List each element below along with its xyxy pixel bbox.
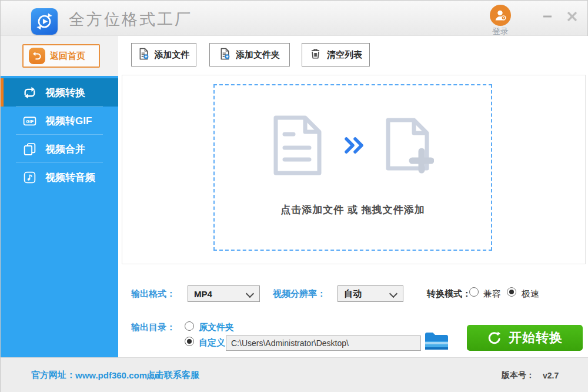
site-label: 官方网址： [31,370,75,381]
output-dir-label: 输出目录： [131,322,175,333]
dir-custom-radio[interactable] [185,337,194,346]
music-icon [22,170,37,185]
user-icon [490,5,511,26]
start-convert-label: 开始转换 [509,329,563,347]
main-content: 添加文件 添加文件夹 [118,36,588,357]
output-path-input[interactable] [226,335,421,351]
add-folder-button[interactable]: 添加文件夹 [209,43,290,67]
back-home-button[interactable]: 返回首页 [22,44,100,68]
minimize-button[interactable] [537,6,558,26]
repeat-icon [22,85,37,100]
back-arrow-icon [29,48,45,64]
document-add-icon [385,115,434,178]
folder-icon [424,345,450,354]
svg-text:GIF: GIF [26,119,34,124]
output-format-select[interactable]: MP4 [188,285,260,302]
clear-list-button[interactable]: 清空列表 [302,43,370,67]
mode-compat-label[interactable]: 兼容 [483,288,501,300]
sidebar-item-label: 视频转GIF [45,114,92,128]
sidebar-nav: 视频转换 GIF 视频转GIF 视频合并 [1,78,118,191]
add-file-label: 添加文件 [155,49,190,61]
sidebar-top: 返回首页 [1,36,118,76]
version-value: v2.7 [543,371,559,380]
titlebar: 全方位格式工厂 登录 [1,1,587,36]
file-list-panel: 点击添加文件 或 拖拽文件添加 [122,75,586,264]
sidebar-item-video-merge[interactable]: 视频合并 [1,135,118,163]
trash-icon [309,48,322,62]
sidebar-item-video-to-audio[interactable]: 视频转音频 [1,163,118,191]
version-label: 版本号： [502,370,534,381]
refresh-icon [487,330,502,346]
double-chevron-right-icon [343,136,365,157]
add-file-icon [138,48,149,62]
sidebar: 返回首页 视频转换 GIF [1,36,118,357]
output-format-label: 输出格式： [131,288,175,300]
drop-zone-graphics [215,115,491,178]
mode-fast-radio[interactable] [507,287,516,297]
app-title: 全方位格式工厂 [69,9,192,30]
browse-folder-button[interactable] [424,330,450,352]
close-button[interactable] [562,6,583,26]
output-format-value: MP4 [194,289,212,299]
back-home-label: 返回首页 [50,51,85,62]
resolution-select[interactable]: 自动 [338,285,403,302]
start-convert-button[interactable]: 开始转换 [467,325,583,351]
clear-list-label: 清空列表 [327,49,362,61]
version-info: 版本号： v2.7 [502,358,559,392]
mode-compat-radio[interactable] [469,287,479,297]
add-file-button[interactable]: 添加文件 [131,43,196,67]
convert-mode-label: 转换模式： [427,288,471,300]
mode-fast-label[interactable]: 极速 [522,288,539,300]
document-icon [272,115,323,178]
dir-custom-label[interactable]: 自定义 [199,337,225,348]
resolution-value: 自动 [344,288,362,300]
merge-icon [22,141,37,157]
add-folder-label: 添加文件夹 [236,49,280,61]
sidebar-item-video-to-gif[interactable]: GIF 视频转GIF [1,107,118,135]
login-button[interactable]: 登录 [485,5,516,37]
dir-original-radio[interactable] [185,321,194,331]
dir-original-label[interactable]: 原文件夹 [199,322,234,333]
footer: 官方网址： www.pdf360.com.cn 点击联系客服 版本号： v2.7 [1,357,588,392]
app-window: 全方位格式工厂 登录 [0,0,588,392]
drop-zone-hint: 点击添加文件 或 拖拽文件添加 [215,203,491,217]
add-folder-icon [219,48,230,62]
sidebar-item-label: 视频合并 [45,142,85,156]
resolution-label: 视频分辨率： [273,288,326,300]
app-logo-icon [31,8,58,35]
sidebar-item-label: 视频转换 [45,86,85,99]
sidebar-item-video-convert[interactable]: 视频转换 [1,78,118,107]
gif-icon: GIF [22,113,37,128]
sidebar-item-label: 视频转音频 [45,171,95,184]
file-drop-zone[interactable]: 点击添加文件 或 拖拽文件添加 [213,84,492,251]
contact-support-link[interactable]: 点击联系客服 [146,358,199,392]
